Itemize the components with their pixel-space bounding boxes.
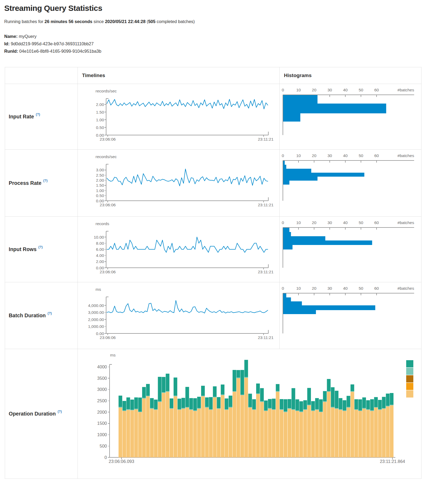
axis-label: 23:06:06 — [100, 335, 116, 340]
op-bar-segment — [335, 391, 338, 408]
op-bar-segment — [362, 408, 366, 409]
axis-label: 2.00 — [96, 259, 104, 264]
process-rate-timeline-cell: records/sec0.000.501.001.502.002.503.002… — [78, 150, 280, 217]
op-bar-segment — [126, 410, 130, 457]
op-bar-segment — [213, 386, 217, 397]
op-bar-segment — [241, 370, 244, 395]
axis-label: 2.00 — [96, 102, 104, 107]
running-batches-summary: Running batches for 26 minutes 56 second… — [4, 19, 448, 24]
legend-swatch-3[interactable] — [406, 375, 413, 382]
axis-label: 10 — [296, 286, 301, 291]
histogram-bar — [283, 181, 289, 185]
op-bar-segment — [296, 399, 299, 410]
help-icon[interactable]: (?) — [58, 410, 62, 413]
op-bar-segment — [268, 409, 272, 457]
help-icon[interactable]: (?) — [43, 179, 48, 182]
op-bar-segment — [233, 370, 236, 391]
input-rate-timeline-cell: records/sec0.000.501.001.502.0023:06:062… — [78, 84, 280, 150]
op-bar-segment — [303, 410, 307, 457]
process-rate-histogram-chart: 0102030405060#batches — [280, 150, 421, 217]
op-bar-segment — [154, 410, 158, 457]
axis-label: 40 — [343, 153, 348, 158]
op-bar-segment — [378, 409, 382, 410]
metric-name: Input Rows — [9, 246, 37, 252]
legend-swatch-1[interactable] — [406, 360, 413, 367]
axis-label: 40 — [343, 88, 348, 92]
op-bar-segment — [213, 398, 217, 457]
histogram-bar — [283, 95, 318, 104]
op-bar-segment — [138, 412, 142, 412]
op-bar-segment — [354, 399, 358, 409]
legend-swatch-2[interactable] — [406, 368, 413, 375]
histogram-bar — [283, 236, 325, 240]
histogram-bar — [283, 169, 311, 173]
op-bar-segment — [354, 410, 358, 457]
op-bar-segment — [252, 409, 256, 410]
op-bar-segment — [370, 411, 374, 457]
axis-label: 0.00 — [96, 266, 104, 270]
op-bar-segment — [123, 401, 126, 410]
help-icon[interactable]: (?) — [36, 113, 40, 116]
op-bar-segment — [299, 412, 303, 412]
legend-swatch-4[interactable] — [406, 383, 413, 390]
op-bar-segment — [370, 410, 374, 411]
op-bar-segment — [134, 409, 138, 409]
op-bar-segment — [299, 401, 303, 411]
input-rows-histogram-chart: 0102030405060#batches — [280, 217, 421, 282]
op-bar-segment — [272, 410, 275, 457]
op-bar-segment — [134, 409, 138, 457]
axis-label: 0.50 — [96, 125, 104, 130]
histogram-bar — [283, 245, 292, 249]
legend-swatch-5[interactable] — [406, 390, 413, 398]
op-bar-segment — [374, 408, 378, 457]
op-bar-segment — [382, 408, 386, 409]
metric-name: Operation Duration — [9, 411, 56, 417]
histogram-bar — [283, 301, 302, 305]
axis-label: records — [96, 221, 109, 226]
op-bar-segment — [174, 378, 177, 396]
op-bar-segment — [134, 398, 138, 409]
histogram-bar — [283, 228, 289, 232]
help-icon[interactable]: (?) — [38, 245, 43, 249]
op-bar-segment — [366, 409, 370, 410]
op-bar-segment — [362, 398, 366, 408]
timeline-line — [107, 99, 268, 109]
axis-label: 3,000.00 — [88, 310, 104, 315]
axis-label: 20 — [312, 286, 316, 291]
op-bar-segment — [142, 398, 146, 399]
op-bar-segment — [280, 410, 283, 457]
op-bar-segment — [347, 407, 350, 408]
batch-duration-timeline-cell: ms0.001,000.002,000.003,000.004,000.0023… — [78, 282, 280, 349]
op-bar-segment — [166, 391, 169, 392]
axis-label: 500 — [99, 444, 107, 448]
query-id-value: 9d0dd219-995d-423e-b97d-36931110bb27 — [11, 41, 94, 46]
op-bar-segment — [280, 399, 283, 409]
op-bar-segment — [339, 398, 342, 409]
op-bar-segment — [315, 410, 319, 457]
input-rows-timeline: records0.002.004.006.008.0010.0023:06:06… — [94, 221, 273, 274]
axis-label: 4000 — [97, 364, 107, 369]
histogram-bar — [283, 165, 286, 169]
op-bar-segment — [189, 410, 193, 457]
op-bar-segment — [237, 370, 240, 377]
axis-label: 4,000.00 — [88, 303, 104, 308]
op-bar-segment — [374, 407, 378, 408]
op-bar-segment — [351, 385, 354, 391]
axis-label: 50 — [359, 153, 363, 158]
op-bar-segment — [331, 408, 334, 457]
op-bar-segment — [260, 388, 264, 401]
op-bar-segment — [158, 377, 162, 401]
axis-label: 0.00 — [96, 199, 104, 203]
page-title: Streaming Query Statistics — [4, 4, 448, 13]
axis-label: 1.50 — [96, 183, 104, 188]
axis-label: 1.00 — [96, 118, 104, 122]
query-runid-line: RunId: 04e101e6-8bf8-4165-9099-9104c951b… — [4, 47, 448, 55]
input-rate-timeline: records/sec0.000.501.001.502.0023:06:062… — [96, 89, 274, 141]
help-icon[interactable]: (?) — [48, 311, 52, 315]
op-bar-segment — [248, 394, 252, 407]
op-bar-segment — [319, 399, 323, 412]
op-bar-segment — [311, 401, 315, 410]
op-bar-segment — [142, 387, 146, 398]
axis-label: 23:11:21 — [258, 335, 273, 340]
start-timestamp: 2020/05/21 22:44:28 — [105, 19, 146, 24]
